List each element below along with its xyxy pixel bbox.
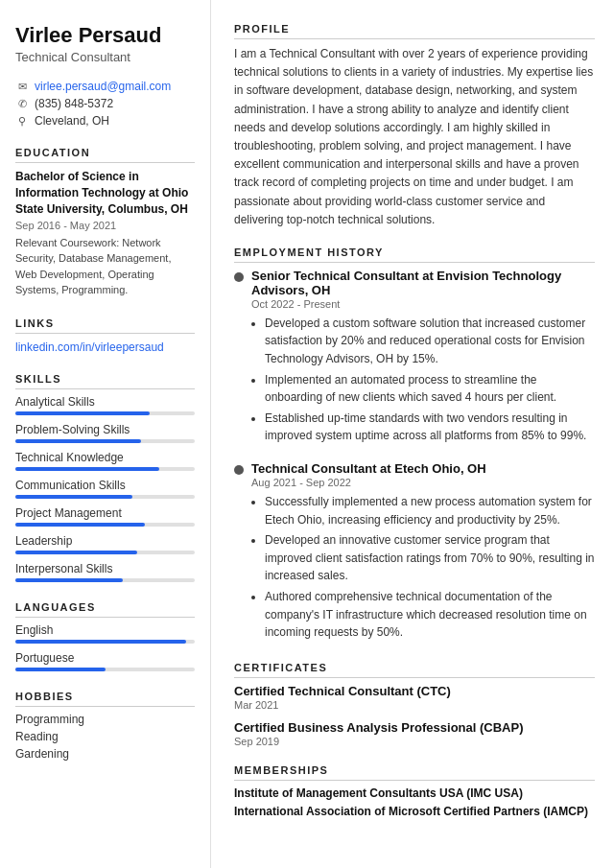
memberships-section-title: MEMBERSHIPS (234, 764, 595, 781)
skills-list: Analytical Skills Problem-Solving Skills… (15, 395, 195, 582)
skill-bar-fill (15, 411, 150, 415)
skill-bar-bg (15, 439, 195, 443)
language-bar-bg (15, 668, 195, 671)
skill-bar-fill (15, 495, 132, 499)
hobbies-list: ProgrammingReadingGardening (15, 713, 195, 761)
skill-bar-fill (15, 523, 145, 527)
linkedin-link[interactable]: linkedin.com/in/virleepersaud (15, 340, 164, 354)
skill-label: Problem-Solving Skills (15, 423, 195, 436)
sidebar: Virlee Persaud Technical Consultant ✉ vi… (0, 0, 211, 868)
job-entry: Senior Technical Consultant at Envision … (234, 269, 595, 448)
language-item: Portuguese (15, 651, 195, 671)
skill-bar-bg (15, 523, 195, 527)
contact-location: ⚲ Cleveland, OH (15, 114, 195, 128)
education-dates: Sep 2016 - May 2021 (15, 220, 195, 231)
job-bullets: Successfully implemented a new process a… (251, 493, 595, 642)
resume-container: Virlee Persaud Technical Consultant ✉ vi… (0, 0, 614, 868)
language-label: English (15, 623, 195, 637)
linkedin-link-item: linkedin.com/in/virleepersaud (15, 340, 195, 354)
phone-number: (835) 848-5372 (35, 97, 113, 110)
skill-bar-bg (15, 495, 195, 499)
skill-label: Communication Skills (15, 479, 195, 492)
job-title: Senior Technical Consultant at Envision … (251, 269, 595, 297)
language-bar-fill (15, 640, 186, 644)
cert-date: Mar 2021 (234, 699, 595, 711)
certificates-section: CERTIFICATES Certified Technical Consult… (234, 662, 595, 747)
certificates-section-title: CERTIFICATES (234, 662, 595, 678)
profile-section-title: PROFILE (234, 23, 595, 39)
skill-bar-bg (15, 578, 195, 582)
skill-bar-fill (15, 578, 123, 582)
skill-label: Leadership (15, 534, 195, 548)
email-link[interactable]: virlee.persaud@gmail.com (35, 80, 171, 93)
job-bullet: Implemented an automated process to stre… (265, 371, 595, 407)
membership-entry: Institute of Management Consultants USA … (234, 786, 595, 800)
language-item: English (15, 623, 195, 644)
memberships-section: MEMBERSHIPS Institute of Management Cons… (234, 764, 595, 818)
candidate-title: Technical Consultant (15, 50, 195, 64)
skill-item: Technical Knowledge (15, 451, 195, 471)
cert-entry: Certified Technical Consultant (CTC) Mar… (234, 684, 595, 711)
employment-section: EMPLOYMENT HISTORY Senior Technical Cons… (234, 246, 595, 645)
skill-bar-fill (15, 467, 159, 471)
job-entry: Technical Consultant at Etech Ohio, OH A… (234, 461, 595, 645)
job-dot (234, 272, 244, 282)
skill-bar-bg (15, 467, 195, 471)
languages-list: English Portuguese (15, 623, 195, 671)
job-title: Technical Consultant at Etech Ohio, OH (251, 461, 595, 476)
languages-section-title: LANGUAGES (15, 601, 195, 618)
skill-item: Problem-Solving Skills (15, 423, 195, 443)
contact-phone: ✆ (835) 848-5372 (15, 97, 195, 110)
employment-section-title: EMPLOYMENT HISTORY (234, 246, 595, 263)
job-bullet: Successfully implemented a new process a… (265, 493, 595, 528)
education-courses: Relevant Coursework: Network Security, D… (15, 235, 195, 298)
skill-label: Technical Knowledge (15, 451, 195, 464)
job-bullet: Established up-time standards with two v… (265, 410, 595, 445)
candidate-name: Virlee Persaud (15, 23, 195, 48)
skill-label: Project Management (15, 506, 195, 520)
hobby-item: Reading (15, 730, 195, 743)
skill-bar-fill (15, 439, 141, 443)
job-bullet: Developed a custom software solution tha… (265, 315, 595, 368)
cert-name: Certified Technical Consultant (CTC) (234, 684, 595, 698)
skill-bar-bg (15, 551, 195, 554)
certs-list: Certified Technical Consultant (CTC) Mar… (234, 684, 595, 747)
membership-entry: International Association of Microsoft C… (234, 805, 595, 818)
job-dates: Oct 2022 - Present (251, 298, 595, 310)
cert-name: Certified Business Analysis Professional… (234, 720, 595, 735)
hobbies-section-title: HOBBIES (15, 691, 195, 707)
email-icon: ✉ (15, 81, 29, 93)
skills-section-title: SKILLS (15, 373, 195, 389)
location-text: Cleveland, OH (35, 114, 109, 128)
language-bar-bg (15, 640, 195, 644)
education-degree: Bachelor of Science in Information Techn… (15, 169, 195, 217)
profile-text: I am a Technical Consultant with over 2 … (234, 45, 595, 229)
contact-email: ✉ virlee.persaud@gmail.com (15, 80, 195, 93)
job-content: Senior Technical Consultant at Envision … (251, 269, 595, 448)
memberships-list: Institute of Management Consultants USA … (234, 786, 595, 818)
cert-date: Sep 2019 (234, 736, 595, 747)
cert-entry: Certified Business Analysis Professional… (234, 720, 595, 747)
skill-label: Analytical Skills (15, 395, 195, 409)
language-label: Portuguese (15, 651, 195, 665)
skill-bar-fill (15, 551, 137, 554)
job-bullets: Developed a custom software solution tha… (251, 315, 595, 445)
education-section-title: EDUCATION (15, 147, 195, 163)
phone-icon: ✆ (15, 98, 29, 110)
job-bullet: Developed an innovative customer service… (265, 531, 595, 585)
job-dates: Aug 2021 - Sep 2022 (251, 477, 595, 488)
hobby-item: Gardening (15, 747, 195, 761)
language-bar-fill (15, 668, 106, 671)
profile-section: PROFILE I am a Technical Consultant with… (234, 23, 595, 229)
skill-item: Project Management (15, 506, 195, 527)
job-bullet: Authored comprehensive technical documen… (265, 588, 595, 642)
links-section-title: LINKS (15, 317, 195, 334)
jobs-list: Senior Technical Consultant at Envision … (234, 269, 595, 645)
job-content: Technical Consultant at Etech Ohio, OH A… (251, 461, 595, 645)
skill-item: Leadership (15, 534, 195, 554)
skill-item: Interpersonal Skills (15, 562, 195, 582)
skill-label: Interpersonal Skills (15, 562, 195, 575)
main-content: PROFILE I am a Technical Consultant with… (211, 0, 614, 868)
courses-label: Relevant Coursework: (15, 237, 119, 248)
skill-item: Communication Skills (15, 479, 195, 499)
